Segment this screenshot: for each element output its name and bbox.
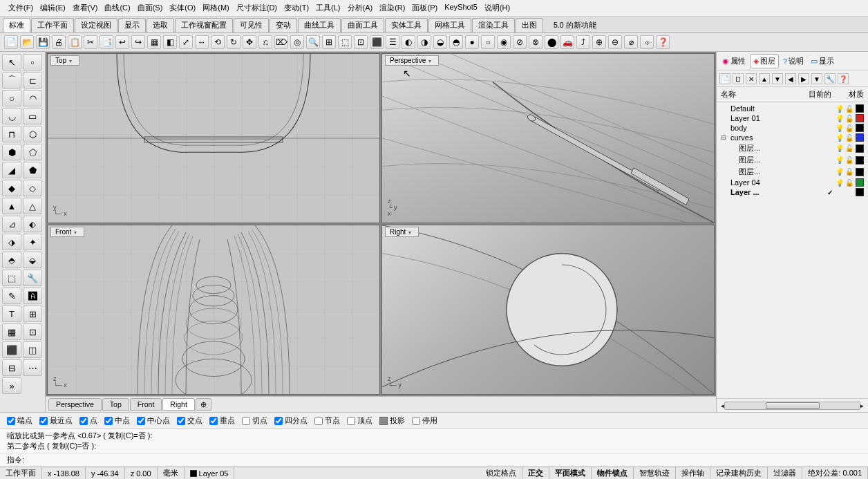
tool-palette-btn-1[interactable]: ▫ bbox=[23, 54, 42, 71]
tool-palette-btn-23[interactable]: ⬙ bbox=[23, 252, 42, 268]
toolbar-btn-15[interactable]: ✥ bbox=[243, 35, 256, 49]
tool-palette-btn-7[interactable]: ▭ bbox=[23, 108, 42, 124]
checkbox[interactable] bbox=[137, 417, 145, 425]
status-过滤器[interactable]: 过滤器 bbox=[768, 467, 802, 479]
menu-文件[interactable]: 文件(F) bbox=[6, 1, 36, 15]
menu-分析[interactable]: 分析(A) bbox=[345, 1, 376, 15]
toolbar-btn-2[interactable]: 💾 bbox=[36, 35, 50, 49]
layer-row-图层...[interactable]: 图层...💡🔓 bbox=[719, 154, 865, 166]
tab-曲线工具[interactable]: 曲线工具 bbox=[298, 18, 341, 32]
status-记录建构历史[interactable]: 记录建构历史 bbox=[710, 467, 768, 479]
tab-实体工具[interactable]: 实体工具 bbox=[385, 18, 428, 32]
toolbar-btn-35[interactable]: 🚗 bbox=[560, 35, 574, 49]
menu-曲线[interactable]: 曲线(C) bbox=[102, 1, 133, 15]
toolbar-btn-9[interactable]: ▦ bbox=[147, 35, 161, 49]
tool-palette-btn-17[interactable]: △ bbox=[23, 198, 42, 214]
checkbox[interactable] bbox=[39, 417, 48, 425]
checkbox[interactable] bbox=[79, 417, 88, 425]
osnap-中点[interactable]: 中点 bbox=[104, 415, 130, 426]
osnap-四分点[interactable]: 四分点 bbox=[274, 415, 308, 426]
toolbar-btn-30[interactable]: ○ bbox=[481, 35, 495, 49]
layer-name[interactable]: 图层... bbox=[737, 143, 825, 153]
command-prompt[interactable]: 指令: bbox=[0, 453, 868, 467]
tab-标准[interactable]: 标准 bbox=[3, 18, 30, 32]
tab-选取[interactable]: 选取 bbox=[147, 18, 174, 32]
menu-渲染[interactable]: 渲染(R) bbox=[377, 1, 408, 15]
tab-渲染工具[interactable]: 渲染工具 bbox=[472, 18, 515, 32]
tool-palette-btn-12[interactable]: ◢ bbox=[2, 162, 21, 178]
menu-网格[interactable]: 网格(M) bbox=[200, 1, 232, 15]
checkbox[interactable] bbox=[209, 417, 218, 425]
lock-icon[interactable]: 🔓 bbox=[845, 133, 854, 142]
panel-tab-显示[interactable]: ▭显示 bbox=[808, 54, 837, 68]
tool-palette-btn-35[interactable]: ⋯ bbox=[23, 359, 42, 376]
viewport-perspective[interactable]: Perspective z└ yx ↖ bbox=[381, 53, 715, 223]
osnap-交点[interactable]: 交点 bbox=[177, 415, 202, 426]
menu-曲面[interactable]: 曲面(S) bbox=[135, 1, 166, 15]
toolbar-btn-24[interactable]: ☰ bbox=[386, 35, 399, 49]
osnap-停用[interactable]: 停用 bbox=[412, 415, 437, 426]
tab-网格工具[interactable]: 网格工具 bbox=[428, 18, 471, 32]
viewport-label-front[interactable]: Front bbox=[50, 227, 84, 237]
tool-palette-btn-0[interactable]: ↖ bbox=[2, 54, 21, 71]
tool-palette-btn-9[interactable]: ⬡ bbox=[23, 126, 42, 142]
toolbar-btn-32[interactable]: ⊘ bbox=[513, 35, 527, 49]
toolbar-btn-8[interactable]: ↪ bbox=[131, 35, 145, 49]
viewport-tab-right[interactable]: Right bbox=[162, 398, 195, 411]
tool-palette-btn-28[interactable]: T bbox=[2, 306, 21, 322]
toolbar-btn-17[interactable]: ⌦ bbox=[274, 35, 288, 49]
bulb-icon[interactable]: 💡 bbox=[835, 178, 845, 187]
lock-icon[interactable]: 🔓 bbox=[845, 144, 854, 153]
layer-row-Layer 04[interactable]: Layer 04💡🔓 bbox=[719, 178, 865, 187]
toolbar-btn-1[interactable]: 📂 bbox=[20, 35, 34, 49]
tool-palette-btn-27[interactable]: 🅰 bbox=[23, 288, 42, 304]
toolbar-btn-41[interactable]: ❓ bbox=[656, 35, 670, 49]
toolbar-btn-16[interactable]: ⎌ bbox=[258, 35, 272, 49]
osnap-最近点[interactable]: 最近点 bbox=[39, 415, 73, 426]
menu-KeyShot5[interactable]: KeyShot5 bbox=[442, 1, 480, 15]
tool-palette-btn-30[interactable]: ▦ bbox=[2, 323, 21, 340]
tool-palette-btn-16[interactable]: ▲ bbox=[2, 198, 21, 214]
viewport-label-top[interactable]: Top bbox=[50, 55, 79, 66]
status-layer[interactable]: Layer 05 bbox=[185, 467, 235, 479]
layer-toolbar-btn-5[interactable]: ◀ bbox=[785, 73, 796, 84]
toolbar-btn-36[interactable]: ⤴ bbox=[576, 35, 590, 49]
layer-name[interactable]: Layer ... bbox=[729, 188, 825, 196]
toolbar-btn-27[interactable]: ◒ bbox=[433, 35, 447, 49]
osnap-投影[interactable]: 投影 bbox=[379, 415, 405, 426]
tool-palette-btn-20[interactable]: ⬗ bbox=[2, 234, 21, 250]
layer-toolbar-btn-8[interactable]: 🔧 bbox=[824, 73, 836, 84]
toolbar-btn-25[interactable]: ◐ bbox=[402, 35, 415, 49]
checkbox[interactable] bbox=[314, 417, 323, 425]
osnap-切点[interactable]: 切点 bbox=[242, 415, 267, 426]
tool-palette-btn-14[interactable]: ◆ bbox=[2, 180, 21, 196]
col-current[interactable]: 目前的 bbox=[809, 89, 843, 100]
status-操作轴[interactable]: 操作轴 bbox=[676, 467, 710, 479]
menu-查看[interactable]: 查看(V) bbox=[70, 1, 101, 15]
layer-color-swatch[interactable] bbox=[856, 156, 864, 165]
toolbar-btn-37[interactable]: ⊕ bbox=[592, 35, 606, 49]
tool-palette-btn-31[interactable]: ⊡ bbox=[23, 323, 42, 340]
tool-palette-btn-11[interactable]: ⬠ bbox=[23, 144, 42, 160]
layer-color-swatch[interactable] bbox=[856, 104, 864, 113]
status-平面模式[interactable]: 平面模式 bbox=[549, 467, 592, 479]
menu-尺寸标注[interactable]: 尺寸标注(D) bbox=[234, 1, 280, 15]
bulb-icon[interactable]: 💡 bbox=[835, 133, 845, 142]
layer-color-swatch[interactable] bbox=[856, 133, 864, 142]
layer-row-Layer 01[interactable]: Layer 01💡🔓 bbox=[719, 113, 865, 123]
toolbar-btn-12[interactable]: ↔ bbox=[195, 35, 209, 49]
status-锁定格点[interactable]: 锁定格点 bbox=[480, 467, 522, 479]
layer-toolbar-btn-7[interactable]: ▼ bbox=[811, 73, 822, 84]
tool-palette-btn-2[interactable]: ⌒ bbox=[2, 72, 21, 88]
toolbar-btn-7[interactable]: ↩ bbox=[115, 35, 129, 49]
checkbox[interactable] bbox=[104, 417, 113, 425]
bulb-icon[interactable]: 💡 bbox=[835, 144, 845, 153]
toolbar-btn-29[interactable]: ● bbox=[465, 35, 479, 49]
layer-name[interactable]: Layer 01 bbox=[729, 114, 825, 122]
bulb-icon[interactable]: 💡 bbox=[835, 168, 845, 176]
toolbar-btn-40[interactable]: ⟐ bbox=[640, 35, 654, 49]
tool-palette-btn-6[interactable]: ◡ bbox=[2, 108, 21, 124]
panel-tab-说明[interactable]: ?说明 bbox=[780, 54, 806, 68]
layer-name[interactable]: curves bbox=[729, 133, 825, 142]
toolbar-btn-11[interactable]: ⤢ bbox=[179, 35, 193, 49]
